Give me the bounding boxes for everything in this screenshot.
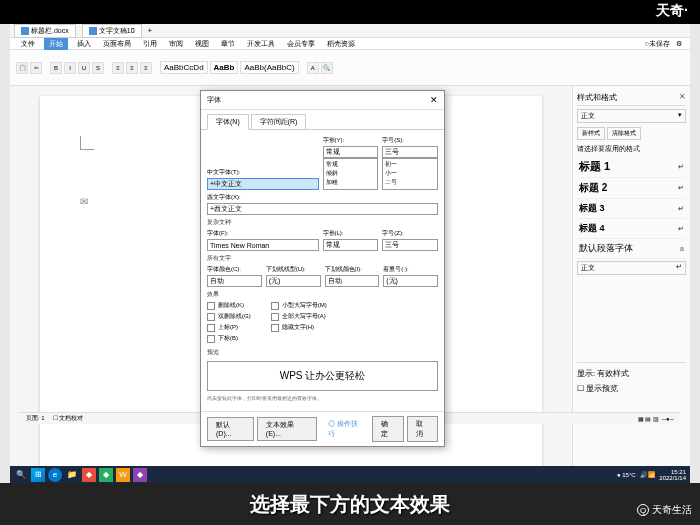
app-icon-4[interactable]: ◆ <box>133 468 147 482</box>
app-icon-2[interactable]: ◆ <box>99 468 113 482</box>
new-style-button[interactable]: 新样式 <box>577 127 605 140</box>
fx-super[interactable]: 上标(P) <box>207 323 251 332</box>
clear-format-button[interactable]: 清除格式 <box>607 127 641 140</box>
fx-small[interactable]: 小型大写字母(M) <box>271 301 327 310</box>
menu-home[interactable]: 开始 <box>44 38 68 50</box>
current-style-select[interactable]: 正文▾ <box>577 109 686 123</box>
complex-size-input[interactable] <box>382 239 438 251</box>
strike-button[interactable]: S <box>92 62 104 74</box>
align-left-button[interactable]: ≡ <box>112 62 124 74</box>
effects-label: 效果 <box>207 290 438 299</box>
menu-insert[interactable]: 插入 <box>74 39 94 49</box>
explorer-icon[interactable]: 📁 <box>65 468 79 482</box>
underline-color-input[interactable] <box>325 275 380 287</box>
style-heading1[interactable]: AaBb <box>210 61 239 74</box>
show-filter[interactable]: 显示: 有效样式 <box>577 366 686 381</box>
default-button[interactable]: 默认(D)... <box>207 417 254 441</box>
cut-button[interactable]: ✂ <box>30 62 42 74</box>
text-layout-button[interactable]: A <box>307 62 319 74</box>
show-preview-checkbox[interactable]: ☐ 显示预览 <box>577 381 686 396</box>
fx-hidden[interactable]: 隐藏文字(H) <box>271 323 327 332</box>
start-button[interactable]: ⊞ <box>31 468 45 482</box>
size-label: 字号(S): <box>382 136 438 145</box>
fx-caps[interactable]: 全部大写字母(A) <box>271 312 327 321</box>
tray-icons[interactable]: 🔊 📶 <box>640 471 656 478</box>
app-icon-3[interactable]: W <box>116 468 130 482</box>
align-center-button[interactable]: ≡ <box>126 62 138 74</box>
style-heading2[interactable]: AaBb(AaBbC) <box>240 61 298 74</box>
panel-title-text: 样式和格式 <box>577 92 617 103</box>
paste-button[interactable]: 📋 <box>16 62 28 74</box>
doc-proof[interactable]: ☐ 文档校对 <box>53 414 84 423</box>
menu-review[interactable]: 审阅 <box>166 39 186 49</box>
menu-section[interactable]: 章节 <box>218 39 238 49</box>
menu-ref[interactable]: 引用 <box>140 39 160 49</box>
all-text-label: 所有文字 <box>207 254 438 263</box>
edge-icon[interactable]: e <box>48 468 62 482</box>
new-tab-button[interactable]: + <box>148 26 153 35</box>
font-dialog: 字体 ✕ 字体(N) 字符间距(R) 中文字体(T): 字形(Y): 常规倾斜加… <box>200 90 445 447</box>
settings-icon[interactable]: ⚙ <box>676 40 682 48</box>
title-bar: 标题栏.docx 文字文稿10 + <box>10 24 690 38</box>
size-listbox[interactable]: 初一小一二号 <box>382 158 438 190</box>
style-heading-4[interactable]: 标题 4↵ <box>577 219 686 239</box>
fx-dstrike[interactable]: 双删除线(G) <box>207 312 251 321</box>
style-heading-1[interactable]: 标题 1↵ <box>577 156 686 178</box>
underline-button[interactable]: U <box>78 62 90 74</box>
document-tab-2[interactable]: 文字文稿10 <box>82 24 142 38</box>
watermark-icon: Q <box>637 504 649 516</box>
style-heading-2[interactable]: 标题 2↵ <box>577 178 686 199</box>
emphasis-input[interactable] <box>383 275 438 287</box>
cancel-button[interactable]: 取消 <box>407 416 438 442</box>
weather[interactable]: ● 15°C <box>617 472 636 478</box>
bold-button[interactable]: B <box>50 62 62 74</box>
doc-icon <box>89 27 97 35</box>
page-indicator: 页面: 1 <box>26 414 45 423</box>
complex-label: 复杂文种 <box>207 218 438 227</box>
align-right-button[interactable]: ≡ <box>140 62 152 74</box>
underline-input[interactable] <box>266 275 321 287</box>
complex-font-input[interactable] <box>207 239 319 251</box>
app-icon-1[interactable]: ◆ <box>82 468 96 482</box>
style-default-font[interactable]: 默认段落字体a <box>577 239 686 259</box>
fx-sub[interactable]: 下标(B) <box>207 334 251 343</box>
color-input[interactable] <box>207 275 262 287</box>
panel-close-button[interactable]: ✕ <box>679 92 686 103</box>
zoom-slider[interactable]: ─●─ <box>662 416 674 422</box>
dialog-title-text: 字体 <box>207 95 221 105</box>
en-font-input[interactable] <box>207 203 438 215</box>
cn-font-label: 中文字体(T): <box>207 168 319 177</box>
size-input[interactable] <box>382 146 438 158</box>
preview-box: WPS 让办公更轻松 <box>207 361 438 391</box>
menu-file[interactable]: 文件 <box>18 39 38 49</box>
italic-button[interactable]: I <box>64 62 76 74</box>
menu-layout[interactable]: 页面布局 <box>100 39 134 49</box>
menu-member[interactable]: 会员专享 <box>284 39 318 49</box>
view-buttons[interactable]: ▦ ▤ ▥ <box>638 415 659 422</box>
cn-font-input[interactable] <box>207 178 319 190</box>
ops-tip-link[interactable]: ◎ 操作技巧 <box>320 417 372 441</box>
en-font-label: 西文字体(X): <box>207 193 438 202</box>
find-replace-button[interactable]: 🔍 <box>321 62 333 74</box>
doc-icon <box>21 27 29 35</box>
save-status: ○未保存 <box>645 39 670 49</box>
document-tab-1[interactable]: 标题栏.docx <box>14 24 76 38</box>
style-normal[interactable]: AaBbCcDd <box>160 61 208 74</box>
ok-button[interactable]: 确定 <box>372 416 403 442</box>
search-icon[interactable]: 🔍 <box>14 468 28 482</box>
menu-view[interactable]: 视图 <box>192 39 212 49</box>
dialog-tab-spacing[interactable]: 字符间距(R) <box>251 114 307 130</box>
menu-bar: 文件 开始 插入 页面布局 引用 审阅 视图 章节 开发工具 会员专享 稻壳资源… <box>10 38 690 50</box>
style-listbox[interactable]: 常规倾斜加粗 <box>323 158 379 190</box>
complex-style-input[interactable] <box>323 239 379 251</box>
text-effect-button[interactable]: 文本效果(E)... <box>257 417 317 441</box>
dialog-close-button[interactable]: ✕ <box>430 95 438 105</box>
style-input[interactable] <box>323 146 379 158</box>
windows-taskbar: 🔍 ⊞ e 📁 ◆ ◆ W ◆ ● 15°C 🔊 📶 15:21 2022/1/… <box>10 466 690 483</box>
style-normal-item[interactable]: 正文↵ <box>577 261 686 275</box>
menu-resource[interactable]: 稻壳资源 <box>324 39 358 49</box>
dialog-tab-font[interactable]: 字体(N) <box>207 114 249 130</box>
menu-dev[interactable]: 开发工具 <box>244 39 278 49</box>
style-heading-3[interactable]: 标题 3↵ <box>577 199 686 219</box>
fx-strike[interactable]: 删除线(K) <box>207 301 251 310</box>
